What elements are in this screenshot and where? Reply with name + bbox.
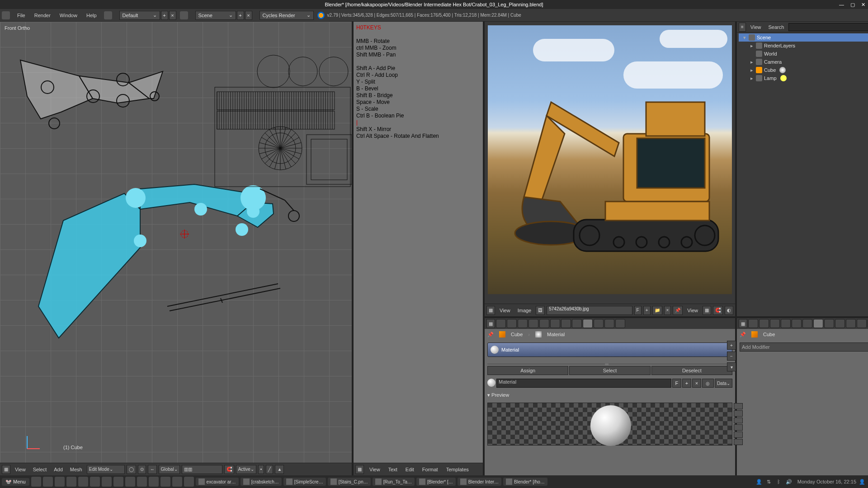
te-view-menu[interactable]: View [367,467,383,472]
editor-type-icon[interactable]: ▦ [355,465,364,474]
outliner-item-scene[interactable]: ▾Scene [739,33,868,42]
disclosure-icon[interactable]: ▸ [750,59,754,65]
app-icon[interactable] [137,477,147,487]
taskbar-item[interactable]: [SimpleScre… [283,478,326,486]
slot-add-button[interactable]: + [727,341,736,350]
unlink-material-button[interactable]: × [692,379,701,388]
tab-scene-icon[interactable] [518,319,528,328]
preview-cube-icon[interactable] [734,418,743,424]
tab-scene-icon[interactable] [770,319,780,328]
app-icon[interactable] [149,477,159,487]
layout-remove-button[interactable]: × [169,11,176,20]
pivot-icon[interactable]: ⊙ [138,465,146,474]
disclosure-icon[interactable]: ▸ [750,75,754,81]
taskbar-item[interactable]: [Stairs_C.pn… [328,478,371,486]
view3d-mesh-menu[interactable]: Mesh [67,467,85,472]
te-format-menu[interactable]: Format [420,467,441,472]
tab-render-icon[interactable] [748,319,758,328]
view3d-add-menu[interactable]: Add [51,467,66,472]
preview-sphere-icon[interactable] [734,410,743,417]
taskbar-item[interactable]: excavator ar… [196,478,239,486]
render-engine-dropdown[interactable]: Cycles Render⌄ [259,11,314,20]
app-icon[interactable] [78,477,88,487]
window-menu[interactable]: Window [55,9,82,21]
app-icon[interactable] [184,477,194,487]
taskbar-item[interactable]: [Run_To_Ta… [373,478,415,486]
tab-data-icon[interactable] [572,319,582,328]
app-icon[interactable] [113,477,123,487]
tray-bluetooth-icon[interactable]: ᛒ [775,479,783,484]
tab-object-icon[interactable] [539,319,549,328]
file-menu[interactable]: File [13,9,30,21]
tab-constraints-icon[interactable] [550,319,560,328]
pin-icon[interactable]: 📌 [740,332,746,338]
img-view2-menu[interactable]: View [684,308,701,313]
select-button[interactable]: Select [569,366,650,375]
mode-dropdown[interactable]: Edit Mode ⌄ [87,465,125,474]
tab-texture-icon[interactable] [594,319,604,328]
disclosure-icon[interactable]: ▸ [750,43,754,49]
slot-remove-button[interactable]: − [727,352,736,361]
render-menu[interactable]: Render [30,9,55,21]
preview-monkey-icon[interactable] [734,424,743,431]
tab-renderlayers-icon[interactable] [507,319,517,328]
scene-remove-button[interactable]: × [245,11,252,20]
image-add-button[interactable]: + [643,306,651,315]
terminal-icon[interactable] [55,477,65,487]
outliner-search-menu[interactable]: Search [766,24,787,30]
tab-renderlayers-icon[interactable] [759,319,769,328]
new-material-button[interactable]: + [682,379,691,388]
add-modifier-dropdown[interactable]: Add Modifier⌄ [740,343,868,352]
snap-toggle-icon[interactable]: 🧲 [224,465,234,474]
te-text-menu[interactable]: Text [386,467,400,472]
tab-particles-icon[interactable] [857,319,867,328]
disclosure-icon[interactable]: ▸ [750,67,754,73]
tray-volume-icon[interactable]: 🔊 [785,479,793,485]
disclosure-icon[interactable]: ▾ [742,35,747,41]
tab-constraints-icon[interactable] [802,319,812,328]
tab-world-icon[interactable] [528,319,538,328]
tray-network-icon[interactable]: ⇅ [765,479,773,485]
show-desktop-icon[interactable] [31,477,41,487]
manipulator-icon[interactable]: ↔ [148,465,157,474]
preview-flat-icon[interactable] [734,403,743,409]
file-manager-icon[interactable] [43,477,53,487]
layout-add-button[interactable]: + [161,11,168,20]
preview-panel-header[interactable]: ▾ Preview [487,392,732,398]
te-templates-menu[interactable]: Templates [443,467,472,472]
uv-display-icon[interactable]: ◐ [725,306,733,315]
link-dropdown[interactable]: Data ⌄ [715,379,732,388]
close-button[interactable]: ✕ [861,0,865,9]
pe-mode-face-icon[interactable]: ▲ [275,465,284,474]
img-view-menu[interactable]: View [497,308,513,313]
preview-hair-icon[interactable] [734,432,743,438]
taskbar-item[interactable]: Blender Inter… [458,478,501,486]
preview-fluid-icon[interactable] [734,439,743,445]
taskbar-item[interactable]: Blender* [/ho… [503,478,547,486]
tab-world-icon[interactable] [781,319,791,328]
taskbar-item[interactable]: [crabsketch… [241,478,282,486]
help-menu[interactable]: Help [82,9,101,21]
material-browse-icon[interactable] [487,379,495,387]
app-icon[interactable] [172,477,182,487]
scene-browse-icon[interactable] [180,11,188,19]
bc-material[interactable]: Material [547,332,565,337]
outliner-item-world[interactable]: World [739,50,868,58]
material-slot[interactable]: Material [487,343,732,357]
image-editor[interactable] [485,22,735,304]
app-icon[interactable] [102,477,112,487]
tab-physics-icon[interactable] [615,319,625,328]
editor-type-icon[interactable]: ▦ [486,306,495,315]
app-icon[interactable] [90,477,100,487]
editor-type-icon[interactable]: ▦ [486,319,495,328]
tab-material-icon[interactable] [583,319,593,328]
image-open-button[interactable]: 📁 [652,306,662,315]
layers-widget[interactable]: ▥▥ [182,465,222,474]
tab-data-icon[interactable] [824,319,834,328]
minimize-button[interactable]: — [839,0,844,9]
editor-type-icon[interactable]: ▦ [739,319,747,328]
screen-layout-dropdown[interactable]: Default⌄ [119,11,160,20]
app-icon[interactable] [125,477,135,487]
wire-shading-icon[interactable]: ◯ [127,465,136,474]
tray-clock[interactable]: Monday October 16, 22:15 [797,479,856,484]
